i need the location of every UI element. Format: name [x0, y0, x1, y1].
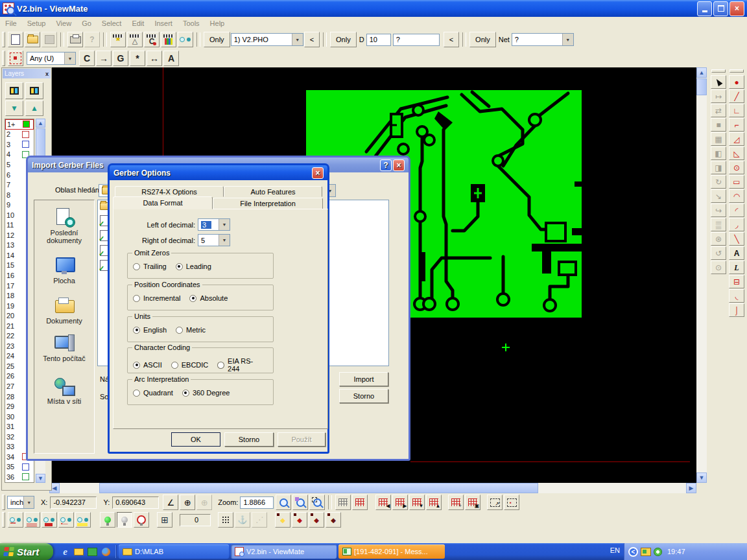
zoom-selection-button[interactable]: [309, 495, 325, 510]
layer-colors-button[interactable]: [161, 32, 176, 47]
draw-pad-tool-button[interactable]: ●: [729, 75, 744, 89]
internet-explorer-icon[interactable]: e: [60, 546, 71, 557]
draw-arc-segment-tool-button[interactable]: ◞: [729, 218, 744, 231]
pan-left-button[interactable]: ◀: [375, 495, 391, 510]
menu-setup[interactable]: Setup: [22, 18, 51, 29]
radio-ascii[interactable]: ASCII: [133, 357, 162, 373]
menu-select[interactable]: Select: [97, 18, 127, 29]
open-file-button[interactable]: [25, 32, 40, 47]
layer-row-1[interactable]: 1+: [5, 119, 34, 130]
place-tento-po-ta-[interactable]: Tento počítač: [34, 334, 94, 362]
start-button[interactable]: Start: [0, 543, 53, 560]
draw-trace-tool-button[interactable]: ╱: [729, 89, 744, 103]
language-indicator[interactable]: EN: [610, 546, 620, 554]
horizontal-scroll-thumb[interactable]: [99, 483, 538, 493]
zoom-value-input[interactable]: 1.8866: [240, 496, 274, 509]
print-button[interactable]: [67, 32, 83, 47]
zoom-window-button[interactable]: [276, 495, 291, 510]
toolbar-grip[interactable]: [2, 32, 5, 47]
taskbar-task-3[interactable]: [191-482-091] - Mess...: [338, 544, 445, 559]
grid-snap-button[interactable]: [335, 495, 351, 510]
layer-color-swatch[interactable]: [22, 141, 29, 148]
angle-measure-button[interactable]: ∠: [163, 495, 178, 510]
radio-icon[interactable]: [217, 362, 224, 369]
pad-rotate-mode-button[interactable]: ◆: [309, 512, 324, 528]
vertical-scroll-thumb[interactable]: [696, 78, 707, 95]
vertical-scrollbar[interactable]: ▲ ▼: [696, 67, 707, 483]
close-button[interactable]: ×: [729, 1, 744, 16]
radio-icon[interactable]: [176, 263, 183, 270]
draw-elbow-trace-tool-button[interactable]: ⌐: [729, 118, 744, 132]
horizontal-scrollbar[interactable]: ◀ ▶: [49, 483, 696, 493]
taskbar-task-1[interactable]: D:\MLAB: [119, 544, 229, 559]
chevron-down-icon[interactable]: ▼: [64, 52, 75, 64]
chevron-down-icon[interactable]: ▼: [219, 235, 230, 246]
scroll-right-icon[interactable]: ▶: [686, 483, 696, 493]
view-traces-button[interactable]: [25, 512, 40, 528]
radio-icon[interactable]: [176, 327, 183, 334]
select-cursor-tool-button[interactable]: [711, 75, 726, 89]
highlight-off-button[interactable]: [117, 512, 132, 528]
menu-view[interactable]: View: [51, 18, 77, 29]
place-plocha[interactable]: Plocha: [34, 256, 94, 285]
radio-icon[interactable]: [133, 390, 140, 397]
menu-file[interactable]: File: [0, 18, 22, 29]
left-of-decimal-combo[interactable]: 3 ▼: [198, 218, 230, 231]
radio-absolute[interactable]: Absolute: [189, 294, 228, 302]
taskbar-task-2[interactable]: V2.bin - ViewMate: [231, 544, 337, 559]
view-highlight-button[interactable]: [75, 512, 91, 528]
probe-button[interactable]: [134, 512, 149, 528]
green-book-icon[interactable]: [87, 546, 98, 557]
firefox-icon[interactable]: [101, 546, 112, 557]
radio-icon[interactable]: [133, 327, 140, 334]
toolbar-grip[interactable]: [2, 51, 5, 66]
layer-row-2[interactable]: 2: [5, 130, 34, 140]
draw-angle-arc-tool-button[interactable]: ◿: [729, 132, 744, 146]
draw-bend-tool-button[interactable]: ⌡: [729, 303, 744, 317]
close-icon[interactable]: x: [45, 71, 49, 77]
pan-down-button[interactable]: ▼: [409, 495, 425, 510]
tab-data-format[interactable]: Data Format: [113, 196, 213, 209]
menu-go[interactable]: Go: [77, 18, 97, 29]
radio-leading[interactable]: Leading: [176, 262, 211, 270]
scroll-up-icon[interactable]: ▲: [36, 119, 45, 128]
radio-icon[interactable]: [133, 295, 140, 302]
set-origin-button[interactable]: ⊕: [180, 495, 195, 510]
minimize-button[interactable]: [697, 1, 712, 16]
draw-curve-tool-button[interactable]: ◜: [729, 204, 744, 217]
dialog-close-button[interactable]: ×: [393, 159, 405, 171]
draw-text-tool-button[interactable]: A: [729, 246, 744, 260]
view-polygons-button[interactable]: [42, 512, 57, 528]
aperture-star-button[interactable]: *: [130, 51, 145, 66]
tab-file-interpretation[interactable]: File Interpretation: [213, 198, 323, 209]
aperture-c-button[interactable]: C: [79, 51, 95, 66]
select-area-button[interactable]: ▪: [504, 495, 519, 510]
only-net-button[interactable]: Only: [469, 32, 496, 47]
grid-dots-button[interactable]: [218, 512, 233, 528]
menu-tools[interactable]: Tools: [178, 18, 205, 29]
grid-edit-button[interactable]: ▣: [465, 495, 480, 510]
pan-right-button[interactable]: ▶: [392, 495, 408, 510]
radio-icon[interactable]: [189, 295, 196, 302]
highlight-flash-button[interactable]: *: [110, 32, 126, 47]
flash-pad-mode-button[interactable]: ◆: [275, 512, 290, 528]
layer-row-3[interactable]: 3: [5, 139, 34, 150]
place-dokumenty[interactable]: Dokumenty: [34, 296, 94, 325]
chevron-down-icon[interactable]: ▼: [219, 219, 230, 230]
radio-english[interactable]: English: [133, 326, 167, 334]
zoom-grid-button[interactable]: [292, 495, 308, 510]
pad-scale-mode-button[interactable]: ◆: [326, 512, 341, 528]
draw-circle-tool-button[interactable]: ⊙: [729, 161, 744, 174]
draw-rectangle-tool-button[interactable]: ▭: [729, 175, 744, 189]
net-query-combo[interactable]: ? ▼: [512, 33, 574, 46]
layer-color-swatch[interactable]: [23, 121, 30, 128]
draw-corner-trace-tool-button[interactable]: ∟: [729, 104, 744, 117]
show-desktop-icon[interactable]: [73, 546, 84, 557]
aperture-g-button[interactable]: G: [113, 51, 128, 66]
scroll-up-icon[interactable]: ▲: [696, 67, 707, 78]
cancel-button[interactable]: Storno: [224, 432, 274, 447]
layer-selector-combo[interactable]: 1) V2.PHO ▼: [231, 33, 303, 46]
resize-selection-button[interactable]: ↗: [487, 495, 503, 510]
chevron-down-icon[interactable]: ▼: [23, 496, 34, 508]
aperture-flash-button[interactable]: →: [96, 51, 112, 66]
